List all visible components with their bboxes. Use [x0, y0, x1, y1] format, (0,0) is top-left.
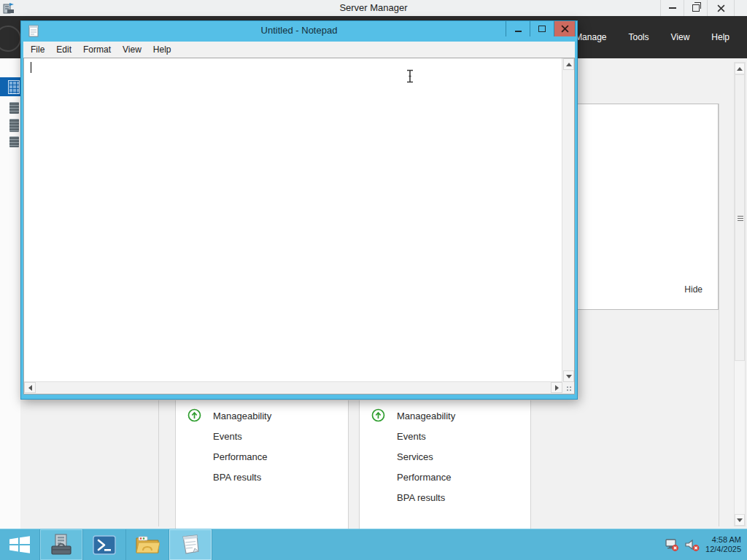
np-minimize-button[interactable] [506, 21, 530, 36]
minimize-icon [515, 31, 522, 32]
np-scroll-left-button[interactable] [24, 382, 36, 393]
sm-menu-view[interactable]: View [671, 32, 690, 42]
np-resize-grip[interactable] [562, 382, 574, 394]
dashboard-icon [8, 80, 20, 94]
server-manager-window-title: Server Manager [0, 0, 747, 16]
sm-menu-tools[interactable]: Tools [629, 32, 649, 42]
servers-group-icon[interactable] [9, 119, 19, 132]
notepad-icon [179, 534, 201, 556]
network-status-icon[interactable] [665, 538, 679, 552]
taskbar-file-explorer-button[interactable] [126, 529, 169, 560]
server-icon[interactable] [9, 102, 19, 114]
tile1-bpa-results-link[interactable]: BPA results [213, 472, 261, 483]
sm-close-button[interactable] [707, 0, 735, 16]
server-manager-titlebar: Server Manager [0, 0, 747, 17]
welcome-panel: Hide [575, 104, 719, 310]
role-tile-2: Manageability Events Services Performanc… [359, 400, 531, 529]
scroll-up-button[interactable] [735, 63, 745, 74]
close-icon [717, 4, 725, 12]
taskbar: 4:58 AM 12/4/2025 [0, 529, 747, 560]
server-manager-icon [50, 534, 73, 556]
np-close-button[interactable] [554, 21, 576, 36]
minimize-icon [669, 7, 676, 9]
np-maximize-button[interactable] [530, 21, 554, 36]
powershell-icon [93, 535, 116, 555]
np-scroll-right-button[interactable] [551, 382, 562, 393]
content-right-divider [719, 104, 719, 526]
taskbar-powershell-button[interactable] [83, 529, 126, 560]
clock-time: 4:58 AM [705, 535, 741, 545]
notepad-window: Untitled - Notepad File Edit Format View… [20, 20, 578, 400]
resize-grip-icon [565, 385, 573, 392]
sm-menu-manage[interactable]: Manage [575, 32, 606, 42]
tile2-manageability-link[interactable]: Manageability [397, 411, 455, 421]
arrow-up-icon [566, 63, 572, 66]
arrow-down-icon [566, 375, 572, 378]
sm-menu-help[interactable]: Help [711, 32, 729, 42]
sm-vertical-scrollbar[interactable] [734, 62, 746, 526]
arrow-left-icon [28, 385, 32, 391]
np-menu-help[interactable]: Help [147, 44, 177, 55]
np-menu-view[interactable]: View [117, 44, 147, 55]
restore-icon [692, 4, 700, 12]
np-menu-edit[interactable]: Edit [50, 44, 77, 55]
arrow-right-icon [555, 385, 559, 391]
scroll-down-button[interactable] [735, 514, 745, 526]
notepad-titlebar[interactable]: Untitled - Notepad [21, 21, 577, 42]
tile2-performance-link[interactable]: Performance [397, 472, 451, 483]
notepad-menubar: File Edit Format View Help [23, 42, 575, 58]
maximize-icon [538, 26, 546, 32]
back-button[interactable] [0, 26, 21, 52]
tile1-events-link[interactable]: Events [213, 431, 242, 442]
taskbar-server-manager-button[interactable] [40, 529, 83, 560]
taskbar-clock[interactable]: 4:58 AM 12/4/2025 [705, 535, 741, 554]
tile2-services-link[interactable]: Services [397, 451, 433, 462]
sm-navigation-sidebar [0, 58, 20, 529]
desktop: Server Manager Manage Tools View Help Hi… [0, 0, 747, 560]
tile1-performance-link[interactable]: Performance [213, 451, 267, 462]
column-divider [158, 400, 159, 526]
np-scroll-down-button[interactable] [563, 370, 574, 382]
arrow-down-icon [737, 518, 743, 522]
status-up-icon [371, 408, 385, 422]
notepad-text-area[interactable] [23, 58, 575, 394]
np-horizontal-scrollbar[interactable] [24, 381, 562, 394]
role-tile-1: Manageability Events Performance BPA res… [175, 400, 349, 529]
sm-restore-button[interactable] [684, 0, 707, 16]
np-scroll-up-button[interactable] [563, 58, 574, 70]
hide-button[interactable]: Hide [684, 284, 703, 295]
taskbar-notepad-button[interactable] [169, 529, 212, 560]
notepad-window-title: Untitled - Notepad [21, 25, 577, 36]
close-icon [561, 25, 569, 33]
np-vertical-scrollbar[interactable] [562, 58, 574, 382]
np-menu-file[interactable]: File [25, 44, 50, 55]
sm-minimize-button[interactable] [660, 0, 684, 16]
file-explorer-icon [135, 534, 160, 555]
volume-muted-icon[interactable] [684, 538, 700, 552]
status-up-icon [187, 408, 201, 422]
clock-date: 12/4/2025 [705, 545, 741, 554]
text-caret [31, 62, 31, 73]
tile1-manageability-link[interactable]: Manageability [213, 411, 271, 421]
thumb-grip-icon [738, 216, 743, 221]
arrow-up-icon [737, 67, 743, 71]
start-button[interactable] [0, 529, 40, 560]
np-menu-format[interactable]: Format [77, 44, 117, 55]
tile2-events-link[interactable]: Events [397, 431, 426, 442]
sm-nav-item-selected[interactable] [0, 77, 20, 96]
scrollbar-thumb[interactable] [735, 74, 745, 361]
tile2-bpa-results-link[interactable]: BPA results [397, 492, 445, 503]
file-storage-icon[interactable] [9, 136, 19, 147]
windows-logo-icon [9, 536, 31, 553]
